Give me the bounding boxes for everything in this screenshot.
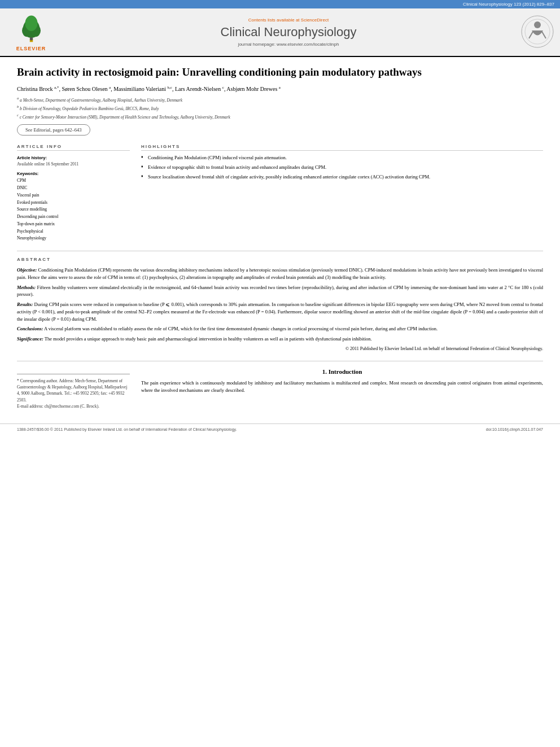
keyword-source: Source modelling (17, 206, 130, 213)
abstract-text: Objective: Conditioning Pain Modulation … (17, 267, 543, 352)
journal-center: Contents lists available at ScienceDirec… (65, 18, 512, 47)
methods-text: Fifteen healthy volunteers were stimulat… (17, 285, 543, 298)
abstract-label: ABSTRACT (17, 257, 543, 262)
science-direct-link[interactable]: ScienceDirect (301, 18, 329, 23)
journal-header: ELSEVIER Contents lists available at Sci… (0, 8, 560, 57)
intro-heading: 1. Introduction (141, 368, 543, 375)
editorial-note: See Editorial, pages 642–643 (17, 124, 90, 136)
keyword-visceral: Visceral pain (17, 192, 130, 199)
conclusions-label: Conclusions: (17, 326, 43, 331)
history-label: Article history: (17, 155, 130, 160)
abstract-copyright: © 2011 Published by Elsevier Ireland Ltd… (17, 346, 543, 352)
highlights-list: Conditioning Pain Modulation (CPM) induc… (141, 154, 543, 180)
introduction-right: 1. Introduction The pain experience whic… (141, 368, 543, 409)
corresponding-author: * Corresponding author. Address: Mech-Se… (17, 378, 130, 403)
abstract-results: Results: During CPM pain scores were red… (17, 301, 543, 322)
affiliation-b: b b Division of Neurology, Ospedale Pedi… (17, 104, 543, 112)
science-direct-text: Contents lists available at ScienceDirec… (65, 18, 512, 23)
intro-text: The pain experience which is continuousl… (141, 379, 543, 394)
footer-notes: * Corresponding author. Address: Mech-Se… (17, 374, 130, 409)
affiliation-c: c c Center for Sensory-Motor Interaction… (17, 112, 543, 120)
introduction-section: * Corresponding author. Address: Mech-Se… (17, 368, 543, 409)
svg-point-6 (29, 37, 33, 41)
keyword-evoked: Evoked potentials (17, 199, 130, 207)
article-info-highlights: ARTICLE INFO Article history: Available … (17, 144, 543, 242)
email: E-mail address: ch@mechsense.com (C. Bro… (17, 403, 130, 409)
keyword-psychophysical: Psychophysical (17, 228, 130, 235)
affiliations: a a Mech-Sense, Department of Gastroente… (17, 95, 543, 120)
objective-text: Conditioning Pain Modulation (CPM) repre… (17, 267, 543, 280)
journal-citation: Clinical Neurophysiology 123 (2012) 829–… (463, 2, 554, 7)
conclusions-text: A visceral platform was established to r… (44, 326, 438, 331)
significance-label: Significance: (17, 336, 43, 342)
section-divider (17, 361, 543, 361)
bottom-bar: 1388-2457/$36.00 © 2011 Published by Els… (0, 423, 560, 435)
abstract-significance: Significance: The model provides a uniqu… (17, 335, 543, 343)
highlight-3: Source localisation showed frontal shift… (141, 173, 543, 181)
elsevier-label: ELSEVIER (16, 46, 46, 51)
journal-title: Clinical Neurophysiology (65, 25, 512, 40)
highlight-1: Conditioning Pain Modulation (CPM) induc… (141, 154, 543, 161)
journal-emblem-icon (520, 15, 554, 49)
keyword-cpm: CPM (17, 177, 130, 185)
authors: Christina Brock a,*, Søren Schou Olesen … (17, 85, 543, 92)
highlights-column: HIGHLIGHTS Conditioning Pain Modulation … (141, 144, 543, 242)
keyword-topdown: Top-down pain matrix (17, 221, 130, 228)
abstract-section: ABSTRACT Objective: Conditioning Pain Mo… (17, 251, 543, 352)
keywords-list: CPM DNIC Visceral pain Evoked potentials… (17, 177, 130, 242)
footer-notes-column: * Corresponding author. Address: Mech-Se… (17, 368, 130, 409)
journal-homepage: journal homepage: www.elsevier.com/locat… (65, 42, 512, 47)
issn-text: 1388-2457/$36.00 © 2011 Published by Els… (17, 427, 237, 431)
journal-emblem (520, 15, 554, 50)
keywords-label: Keywords: (17, 171, 130, 176)
article-info-column: ARTICLE INFO Article history: Available … (17, 144, 130, 242)
highlights-label: HIGHLIGHTS (141, 144, 543, 151)
abstract-objective: Objective: Conditioning Pain Modulation … (17, 267, 543, 281)
history-value: Available online 16 September 2011 (17, 161, 130, 167)
results-text: During CPM pain scores were reduced in c… (17, 302, 543, 322)
top-bar: Clinical Neurophysiology 123 (2012) 829–… (0, 0, 560, 8)
objective-label: Objective: (17, 267, 37, 273)
elsevier-logo: ELSEVIER (6, 13, 56, 51)
highlight-2: Evidence of topographic shift to frontal… (141, 164, 543, 171)
results-label: Results: (17, 302, 33, 307)
significance-text: The model provides a unique approach to … (45, 336, 372, 342)
elsevier-tree-icon (16, 13, 47, 44)
keyword-dnic: DNIC (17, 185, 130, 192)
keyword-descending: Descending pain control (17, 213, 130, 221)
main-content: Brain activity in rectosigmoid pain: Unr… (0, 57, 560, 418)
abstract-methods: Methods: Fifteen healthy volunteers were… (17, 284, 543, 299)
svg-point-5 (25, 16, 37, 31)
affiliation-a: a a Mech-Sense, Department of Gastroente… (17, 95, 543, 103)
methods-label: Methods: (17, 285, 36, 290)
doi-text: doi:10.1016/j.clinph.2011.07.047 (486, 427, 543, 431)
keyword-neurophysiology: Neurophysiology (17, 235, 130, 242)
article-info-label: ARTICLE INFO (17, 144, 130, 151)
abstract-conclusions: Conclusions: A visceral platform was est… (17, 325, 543, 333)
article-title: Brain activity in rectosigmoid pain: Unr… (17, 65, 543, 80)
svg-point-9 (534, 21, 541, 28)
